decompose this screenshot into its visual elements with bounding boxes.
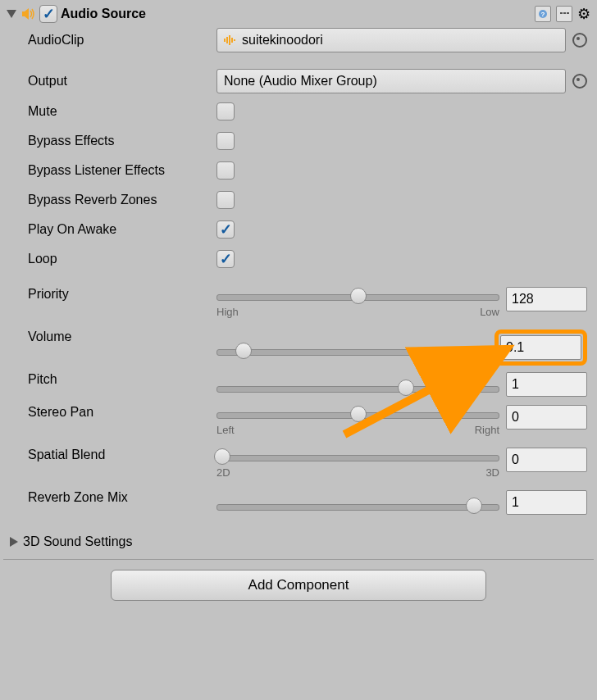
stereopan-slider[interactable]: Left Right: [216, 406, 499, 429]
output-field[interactable]: None (Audio Mixer Group): [216, 69, 566, 93]
volume-input[interactable]: [500, 335, 581, 360]
bypass-reverb-checkbox[interactable]: [216, 191, 235, 209]
reverb-slider[interactable]: [216, 498, 499, 507]
bypass-reverb-label: Bypass Reverb Zones: [28, 193, 216, 207]
reverb-input[interactable]: [506, 490, 587, 515]
play-on-awake-checkbox[interactable]: [216, 220, 235, 239]
loop-checkbox[interactable]: [216, 250, 235, 268]
svg-rect-3: [563, 12, 566, 14]
component-title: Audio Source: [61, 7, 531, 21]
component-enabled-checkbox[interactable]: [39, 5, 57, 23]
volume-label: Volume: [28, 330, 216, 344]
spatialblend-right-label: 3D: [485, 466, 499, 479]
spatialblend-slider[interactable]: 2D 3D: [216, 448, 499, 471]
svg-rect-8: [231, 38, 233, 43]
spatialblend-label: Spatial Blend: [28, 448, 216, 462]
object-picker-icon[interactable]: [572, 74, 587, 89]
priority-input[interactable]: [506, 287, 587, 311]
component-header: Audio Source ? ⚙: [3, 3, 594, 25]
speaker-icon: [20, 6, 36, 22]
add-component-button[interactable]: Add Component: [111, 570, 486, 601]
foldout-toggle[interactable]: [7, 10, 16, 18]
svg-rect-4: [567, 12, 569, 14]
sound-settings-label: 3D Sound Settings: [23, 534, 132, 549]
stereopan-label: Stereo Pan: [28, 405, 216, 420]
svg-rect-2: [560, 12, 563, 14]
help-icon[interactable]: ?: [535, 6, 551, 22]
play-on-awake-label: Play On Awake: [28, 222, 216, 237]
pitch-input[interactable]: [506, 372, 587, 397]
stereopan-right-label: Right: [475, 424, 499, 436]
pitch-slider[interactable]: [216, 380, 499, 389]
mute-label: Mute: [28, 104, 216, 119]
highlight-annotation: [494, 330, 587, 366]
bypass-effects-checkbox[interactable]: [216, 132, 235, 150]
audioclip-value: suitekinoodori: [242, 33, 323, 48]
audioclip-icon: [224, 35, 237, 45]
output-value: None (Audio Mixer Group): [224, 74, 377, 89]
svg-rect-5: [224, 39, 226, 42]
output-label: Output: [28, 74, 216, 89]
foldout-toggle[interactable]: [10, 537, 18, 547]
loop-label: Loop: [28, 252, 216, 266]
mute-checkbox[interactable]: [216, 102, 235, 120]
priority-left-label: High: [216, 306, 239, 318]
reverb-label: Reverb Zone Mix: [28, 490, 216, 505]
spatialblend-input[interactable]: [506, 448, 587, 472]
priority-slider[interactable]: High Low: [216, 288, 499, 311]
object-picker-icon[interactable]: [572, 33, 587, 48]
preset-icon[interactable]: [556, 6, 572, 22]
pitch-label: Pitch: [28, 372, 216, 387]
svg-rect-9: [234, 39, 235, 41]
audioclip-label: AudioClip: [28, 33, 216, 48]
bypass-effects-label: Bypass Effects: [28, 134, 216, 148]
stereopan-input[interactable]: [506, 405, 587, 430]
spatialblend-left-label: 2D: [216, 466, 230, 479]
svg-rect-7: [229, 35, 230, 45]
svg-rect-6: [226, 37, 228, 43]
svg-text:?: ?: [541, 11, 545, 18]
bypass-listener-checkbox[interactable]: [216, 161, 235, 180]
priority-right-label: Low: [480, 306, 499, 318]
bypass-listener-label: Bypass Listener Effects: [28, 163, 216, 178]
gear-icon[interactable]: ⚙: [577, 5, 590, 23]
stereopan-left-label: Left: [216, 424, 235, 436]
volume-slider[interactable]: [216, 343, 488, 352]
priority-label: Priority: [28, 287, 216, 302]
audioclip-field[interactable]: suitekinoodori: [216, 28, 566, 52]
